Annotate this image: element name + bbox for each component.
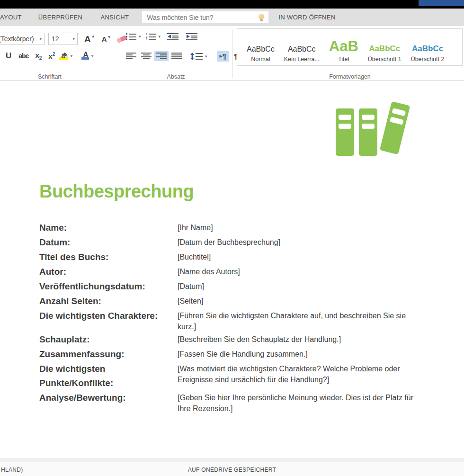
field-label: Die wichtigsten Charaktere: xyxy=(39,309,178,323)
style-name: Normal xyxy=(251,56,270,63)
field-value-placeholder[interactable]: [Ihr Name] xyxy=(178,221,426,233)
font-size-combobox[interactable]: 12 ▾ xyxy=(48,33,78,45)
paragraph-group-row1: ▾ 1 2 3 ▾ xyxy=(126,33,202,40)
field-label: Name: xyxy=(39,221,178,235)
font-size-value: 12 xyxy=(52,35,59,43)
paragraph-group-row2: ▾ ▶¶ ¶◀ xyxy=(126,51,241,62)
font-color-button[interactable]: A ▾ xyxy=(83,51,93,61)
field-row: Die wichtigsten Punkte/Konflikte: [Was m… xyxy=(39,362,428,390)
text-highlight-button[interactable]: a ✎ ▾ xyxy=(61,51,72,61)
field-row: Name: [Ihr Name] xyxy=(39,221,428,235)
font-name-combobox[interactable]: (Textkörper) ▾ xyxy=(0,33,45,45)
field-value-placeholder[interactable]: [Beschreiben Sie den Schauplatz der Hand… xyxy=(178,332,426,345)
field-value-placeholder[interactable]: [Buchtitel] xyxy=(178,250,426,262)
underline-button[interactable]: U xyxy=(6,51,11,61)
svg-text:3: 3 xyxy=(146,38,148,40)
style-item[interactable]: AaB Titel xyxy=(324,29,363,65)
chevron-down-icon: ▾ xyxy=(159,34,161,39)
align-right-button-selected[interactable] xyxy=(154,51,169,61)
down-arrow-icon: ▼ xyxy=(107,36,111,39)
field-row: Schauplatz: [Beschreiben Sie den Schaupl… xyxy=(39,332,428,347)
saved-to-onedrive-status: AUF ONEDRIVE GESPEICHERT xyxy=(188,467,276,473)
style-sample: AaBbCc xyxy=(412,35,443,54)
style-item[interactable]: AaBbCc Kein Leerra... xyxy=(279,29,324,65)
field-value-placeholder[interactable]: [Geben Sie hier Ihre persönliche Meinung… xyxy=(178,391,426,414)
field-value-placeholder[interactable]: [Was motiviert die wichtigsten Charakter… xyxy=(178,362,426,385)
style-sample: AaBbCc xyxy=(288,35,316,54)
status-bar-band xyxy=(0,459,464,462)
styles-gallery: AaBbCc Normal AaBbCc Kein Leerra... AaB … xyxy=(237,28,463,66)
field-value-placeholder[interactable]: [Datum] xyxy=(178,279,426,292)
subscript-button[interactable]: x2 xyxy=(35,51,42,61)
field-label: Titel des Buchs: xyxy=(39,250,178,264)
superscript-button[interactable]: x2 xyxy=(48,52,55,60)
document-title: Buchbesprechung xyxy=(39,181,194,202)
style-name: Kein Leerra... xyxy=(284,56,320,63)
numbering-button[interactable]: 1 2 3 ▾ xyxy=(146,33,161,40)
font-group-row1: (Textkörper) ▾ 12 ▾ A▲ A▼ xyxy=(0,33,128,45)
status-bar: HLAND) AUF ONEDRIVE GESPEICHERT xyxy=(0,458,464,476)
chevron-down-icon: ▾ xyxy=(91,54,94,58)
field-value-placeholder[interactable]: [Fassen Sie die Handlung zusammen.] xyxy=(178,347,426,359)
style-sample: AaBbCc xyxy=(369,35,400,54)
field-label: Zusammenfassung: xyxy=(39,347,178,361)
field-value-placeholder[interactable]: [Datum der Buchbesprechung] xyxy=(178,235,426,248)
grow-font-button[interactable]: A▲ xyxy=(84,35,95,44)
ltr-direction-button-selected[interactable]: ▶¶ xyxy=(217,51,230,62)
tell-me-search-box[interactable]: Was möchten Sie tun? xyxy=(142,11,268,23)
bullet-list-icon xyxy=(126,33,136,40)
group-separator xyxy=(232,29,232,78)
align-center-button[interactable] xyxy=(141,53,152,60)
align-center-icon xyxy=(141,53,152,60)
field-row: Autor: [Name des Autors] xyxy=(39,265,428,279)
shrink-font-button[interactable]: A▼ xyxy=(102,36,111,43)
style-item[interactable]: AaBbCc Normal xyxy=(242,29,279,65)
lightbulb-icon xyxy=(259,14,265,21)
tab-ansicht[interactable]: ANSICHT xyxy=(100,14,129,21)
decrease-indent-button[interactable] xyxy=(167,33,178,40)
field-label: Autor: xyxy=(39,265,178,279)
tab-layout[interactable]: AYOUT xyxy=(0,14,22,21)
bullets-button[interactable]: ▾ xyxy=(126,33,141,40)
field-row: Datum: [Datum der Buchbesprechung] xyxy=(39,235,428,250)
search-placeholder: Was möchten Sie tun? xyxy=(147,14,213,21)
strikethrough-button[interactable]: abc xyxy=(18,52,28,60)
field-label: Datum: xyxy=(39,235,178,250)
chevron-down-icon: ▾ xyxy=(72,36,75,41)
font-group-label: Schriftart xyxy=(0,73,99,80)
justify-icon xyxy=(171,53,182,60)
field-value-placeholder[interactable]: [Seiten] xyxy=(178,294,426,306)
browser-top-strip xyxy=(0,0,464,9)
align-left-button[interactable] xyxy=(126,53,136,60)
increase-indent-button[interactable] xyxy=(186,33,197,40)
ribbon: (Textkörper) ▾ 12 ▾ A▲ A▼ U abc x2 x2 xyxy=(0,26,464,81)
chevron-down-icon: ▾ xyxy=(71,54,73,58)
document-canvas[interactable]: Buchbesprechung Name: [Ihr Name] Datum: … xyxy=(0,81,464,458)
window-accent-rect xyxy=(419,0,464,6)
line-spacing-button[interactable]: ▾ xyxy=(190,53,207,60)
field-value-placeholder[interactable]: [Führen Sie die wichtigsten Charaktere a… xyxy=(178,309,426,332)
field-row: Zusammenfassung: [Fassen Sie die Handlun… xyxy=(39,347,428,361)
style-name: Titel xyxy=(338,56,349,63)
style-item[interactable]: AaBbCc Überschrift 1 xyxy=(363,29,406,65)
up-arrow-icon: ▲ xyxy=(91,35,95,38)
style-item[interactable]: AaBbCc Überschrift 2 xyxy=(406,29,449,65)
field-row: Analyse/Bewertung: [Geben Sie hier Ihre … xyxy=(39,391,428,414)
numbered-list-icon: 1 2 3 xyxy=(146,33,156,40)
ribbon-tab-bar: AYOUT ÜBERPRÜFEN ANSICHT Was möchten Sie… xyxy=(0,9,464,26)
justify-button[interactable] xyxy=(171,53,182,60)
font-name-value: (Textkörper) xyxy=(0,35,34,43)
field-label: Analyse/Bewertung: xyxy=(39,391,178,405)
open-in-word-button[interactable]: IN WORD ÖFFNEN xyxy=(278,14,335,21)
style-sample: AaBbCc xyxy=(247,35,275,54)
field-label: Schauplatz: xyxy=(39,332,178,347)
line-spacing-icon xyxy=(190,53,203,60)
field-value-placeholder[interactable]: [Name des Autors] xyxy=(178,265,426,277)
chevron-down-icon: ▾ xyxy=(205,54,207,59)
field-label: Die wichtigsten Punkte/Konflikte: xyxy=(39,362,178,390)
group-separator xyxy=(120,29,120,78)
chevron-down-icon: ▾ xyxy=(39,36,42,41)
decrease-indent-icon xyxy=(167,33,178,40)
tab-ueberpruefen[interactable]: ÜBERPRÜFEN xyxy=(38,14,83,21)
styles-group-label: Formatvorlagen xyxy=(237,73,463,80)
